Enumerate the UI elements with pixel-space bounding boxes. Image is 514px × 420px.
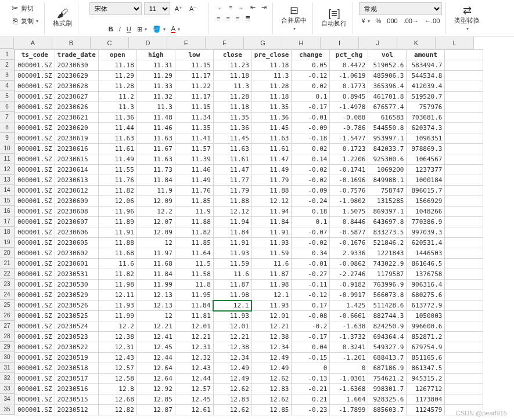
cell[interactable]: -0.07: [292, 227, 330, 238]
cell[interactable]: 1315285: [368, 196, 407, 207]
cell[interactable]: 11.77: [213, 175, 251, 186]
row-header[interactable]: 14: [0, 185, 14, 195]
cell[interactable]: [445, 321, 483, 332]
align-top-button[interactable]: ⫠: [214, 2, 225, 12]
cell[interactable]: 000001.SZ: [15, 186, 55, 196]
cell[interactable]: [445, 374, 483, 384]
cell[interactable]: -0.6661: [330, 311, 368, 321]
cell[interactable]: 885603.7: [368, 405, 407, 415]
row-header[interactable]: 25: [0, 300, 14, 310]
cell[interactable]: 000001.SZ: [15, 248, 55, 259]
column-header-C[interactable]: C: [91, 37, 129, 49]
column-header-E[interactable]: E: [167, 37, 206, 49]
cell[interactable]: -0.02: [292, 165, 330, 175]
cell[interactable]: 11.36: [251, 113, 292, 123]
cell[interactable]: 0.1723: [330, 144, 368, 154]
cell[interactable]: 20230629: [55, 71, 98, 81]
cell[interactable]: 519520.7: [407, 92, 445, 102]
align-left-button[interactable]: ≡: [214, 13, 222, 23]
cell[interactable]: 11.63: [213, 144, 251, 154]
cell[interactable]: 11.79: [213, 186, 251, 196]
cell[interactable]: -0.17: [292, 332, 330, 342]
cell[interactable]: 694364.4: [368, 332, 407, 342]
cell[interactable]: 20230614: [55, 165, 98, 175]
cell[interactable]: -1.638: [330, 321, 368, 332]
cell[interactable]: -1.4978: [330, 102, 368, 113]
row-header[interactable]: 15: [0, 195, 14, 206]
decrease-decimal-button[interactable]: ←.00: [422, 16, 442, 26]
cell[interactable]: 11.17: [175, 71, 213, 81]
cell[interactable]: -1.6368: [330, 384, 368, 394]
cell[interactable]: -0.09: [292, 123, 330, 133]
cell[interactable]: 20230616: [55, 144, 98, 154]
underline-button[interactable]: U: [124, 24, 134, 34]
cell[interactable]: 20230607: [55, 217, 98, 227]
cell[interactable]: [445, 186, 483, 196]
row-header[interactable]: 28: [0, 331, 14, 342]
cell[interactable]: 000001.SZ: [15, 363, 55, 374]
cell[interactable]: 997039.3: [407, 227, 445, 238]
cell[interactable]: 0.02: [292, 144, 330, 154]
cell[interactable]: 11.63: [251, 133, 292, 144]
cell[interactable]: 12.06: [98, 196, 136, 207]
cell[interactable]: -0.1696: [330, 175, 368, 186]
justify-button[interactable]: ≣: [243, 13, 253, 23]
cell[interactable]: 11.94: [213, 217, 251, 227]
cell[interactable]: 1.2206: [330, 154, 368, 165]
cell[interactable]: [445, 71, 483, 81]
cell[interactable]: 12.01: [251, 311, 292, 321]
cell[interactable]: 11.93: [251, 238, 292, 248]
cell[interactable]: 544550.8: [368, 123, 407, 133]
row-header[interactable]: 11: [0, 154, 14, 164]
cell[interactable]: 12.13: [136, 300, 175, 311]
cell[interactable]: 12.8: [98, 384, 136, 394]
cell[interactable]: 11.57: [175, 144, 213, 154]
cell[interactable]: 688413.7: [368, 353, 407, 363]
cell[interactable]: 11.49: [251, 165, 292, 175]
cell[interactable]: 896015.7: [407, 186, 445, 196]
increase-indent-button[interactable]: ⇥: [259, 2, 269, 12]
cell[interactable]: 20230519: [55, 353, 98, 363]
cell[interactable]: 000001.SZ: [15, 269, 55, 280]
cell[interactable]: 11.47: [251, 154, 292, 165]
cell[interactable]: 12.57: [98, 363, 136, 374]
cell[interactable]: 1124579: [407, 405, 445, 415]
cell[interactable]: 12.21: [175, 332, 213, 342]
cell[interactable]: 000001.SZ: [15, 374, 55, 384]
cell[interactable]: [445, 311, 483, 321]
cell[interactable]: [445, 133, 483, 144]
cell[interactable]: 2.9336: [330, 248, 368, 259]
cell[interactable]: -0.23: [292, 405, 330, 415]
cell[interactable]: 12.44: [175, 374, 213, 384]
cell[interactable]: pct_chg: [330, 50, 368, 60]
cell[interactable]: vol: [368, 50, 407, 60]
format-painter-button[interactable]: 🖌 格式刷: [51, 2, 74, 34]
cell[interactable]: 0.4472: [330, 60, 368, 71]
cell[interactable]: 544534.8: [407, 71, 445, 81]
cell[interactable]: 620374.3: [407, 123, 445, 133]
cell[interactable]: 849988.1: [368, 175, 407, 186]
cell[interactable]: -0.24: [292, 196, 330, 207]
column-header-J[interactable]: J: [359, 37, 397, 49]
increase-decimal-button[interactable]: .00→: [401, 16, 421, 26]
cell[interactable]: 12.38: [98, 332, 136, 342]
cell[interactable]: 11.63: [136, 133, 175, 144]
cell[interactable]: 757976: [407, 102, 445, 113]
row-header[interactable]: 26: [0, 310, 14, 321]
cell[interactable]: 11.18: [251, 92, 292, 102]
cell[interactable]: 000001.SZ: [15, 196, 55, 207]
cell[interactable]: 000001.SZ: [15, 175, 55, 186]
row-header[interactable]: 29: [0, 342, 14, 352]
cell[interactable]: ts_code: [15, 50, 55, 60]
row-header[interactable]: 5: [0, 91, 14, 102]
cell[interactable]: 11.61: [98, 144, 136, 154]
cell[interactable]: 12.09: [136, 196, 175, 207]
cell[interactable]: 11.3: [98, 102, 136, 113]
cell[interactable]: 11.28: [213, 92, 251, 102]
row-header[interactable]: 12: [0, 164, 14, 175]
cell[interactable]: 12.44: [136, 353, 175, 363]
cell[interactable]: 000001.SZ: [15, 394, 55, 405]
column-header-D[interactable]: D: [129, 37, 167, 49]
cell[interactable]: [445, 290, 483, 300]
cell[interactable]: -0.2: [292, 321, 330, 332]
